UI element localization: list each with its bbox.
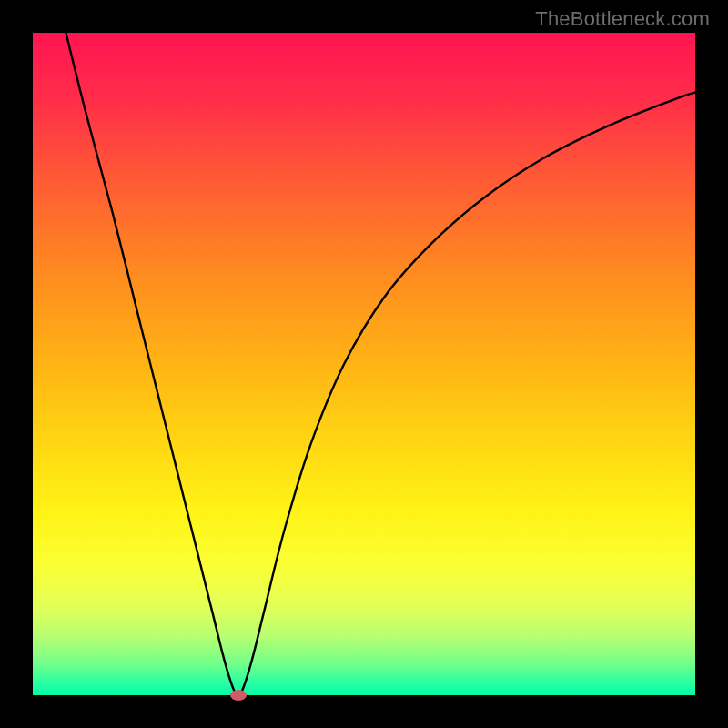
optimum-marker — [230, 690, 247, 701]
watermark-text: TheBottleneck.com — [535, 7, 710, 31]
plot-area — [33, 33, 695, 695]
bottleneck-curve — [33, 33, 695, 695]
chart-frame: TheBottleneck.com — [0, 0, 728, 728]
